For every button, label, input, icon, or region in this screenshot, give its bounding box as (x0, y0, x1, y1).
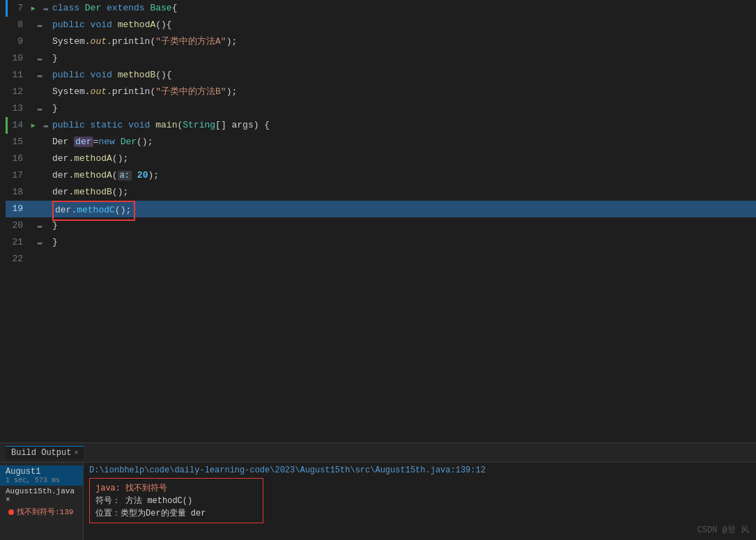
token: der. (55, 205, 77, 215)
fold-icon-21[interactable]: ▬ (38, 238, 43, 247)
token: (){ (155, 70, 171, 80)
fold-icon-11[interactable]: ▬ (38, 71, 43, 79)
line-num-15: 15 (8, 134, 27, 151)
line-num-8: 8 (8, 17, 27, 33)
run-icon-7[interactable]: ▶ (31, 5, 36, 13)
token: .println( (107, 36, 155, 47)
blue-border-7 (6, 0, 8, 17)
gutter-9 (27, 33, 52, 50)
token: void (91, 20, 118, 30)
code-lines[interactable]: 7 ▶ ▬ class Der extends Base{ 8 ▬ public… (0, 0, 756, 442)
token: } (52, 103, 58, 114)
token-der-highlight: der (74, 137, 93, 147)
line-content-16: der.methodA(); (52, 151, 128, 167)
line-num-17: 17 (8, 167, 27, 184)
token: Der (85, 3, 107, 13)
code-row-15: 15 Der der=new Der(); (6, 134, 756, 151)
build-tab-close[interactable]: × (74, 449, 78, 457)
gutter-21: ▬ (27, 234, 52, 251)
token: "子类中的方法A" (155, 36, 226, 47)
line-num-10: 10 (8, 50, 27, 67)
line-content-19: der.methodC(); (52, 201, 135, 217)
token: Base (150, 3, 171, 13)
token: main (155, 120, 177, 130)
token: System. (52, 86, 91, 97)
build-item-august1[interactable]: August1 1 sec, 573 ms (0, 465, 83, 486)
error-line-1-text: 符号： 方法 methodC() (95, 496, 192, 506)
gutter-19 (27, 201, 52, 217)
code-row-8: 8 ▬ public void methodA(){ (6, 17, 756, 33)
fold-icon-14[interactable]: ▬ (44, 121, 49, 130)
fold-icon-13[interactable]: ▬ (38, 105, 43, 113)
error-title-text: java: 找不到符号 (95, 484, 167, 493)
gutter-8: ▬ (27, 17, 52, 33)
code-row-17: 17 der.methodA(a: 20); (6, 167, 756, 184)
token: public (52, 70, 91, 80)
token: extends (107, 3, 150, 13)
line-num-9: 9 (8, 33, 27, 50)
fold-icon-8[interactable]: ▬ (38, 21, 43, 29)
build-path: D:\ionbhelp\code\daily-learning-code\202… (89, 465, 750, 475)
code-row-10: 10 ▬ } (6, 50, 756, 67)
build-output-panel: Build Output × August1 1 sec, 573 ms Aug… (0, 442, 756, 540)
line-num-18: 18 (8, 184, 27, 201)
error-detail-box: java: 找不到符号 符号： 方法 methodC() 位置：类型为Der的变… (89, 478, 263, 523)
fold-icon-10[interactable]: ▬ (38, 54, 43, 63)
build-item-error[interactable]: 找不到符号:139 (0, 505, 83, 518)
code-row-22: 22 (6, 251, 756, 268)
code-row-21: 21 ▬ } (6, 234, 756, 251)
line-content-10: } (52, 50, 58, 67)
token: } (52, 53, 58, 63)
token: Der (121, 137, 137, 147)
token: [] args) { (215, 120, 270, 130)
token: Der (52, 137, 74, 147)
line-num-11: 11 (8, 67, 27, 84)
token: der. (52, 153, 74, 164)
line-content-7: class Der extends Base{ (52, 0, 177, 17)
line-num-16: 16 (8, 151, 27, 167)
error-line-2: 位置：类型为Der的变量 der (95, 507, 257, 519)
code-row-14: 14 ▶ ▬ public static void main(String[] … (6, 117, 756, 134)
code-row-9: 9 System.out.println("子类中的方法A"); (6, 33, 756, 50)
build-right-panel: D:\ionbhelp\code\daily-learning-code\202… (84, 463, 756, 540)
line-content-21: } (52, 234, 58, 251)
token: ( (112, 170, 118, 180)
code-row-18: 18 der.methodB(); (6, 184, 756, 201)
line-content-17: der.methodA(a: 20); (52, 167, 159, 184)
line-content-14: public static void main(String[] args) { (52, 117, 270, 134)
fold-icon-7[interactable]: ▬ (44, 4, 49, 13)
line-num-19: 19 (8, 201, 27, 217)
fold-icon-20[interactable]: ▬ (38, 222, 43, 230)
build-item-august15[interactable]: August15th.java × (0, 486, 83, 505)
build-item-duration: 1 sec, 573 ms (6, 477, 77, 484)
code-row-12: 12 System.out.println("子类中的方法B"); (6, 84, 756, 100)
token: } (52, 220, 58, 231)
line-content-12: System.out.println("子类中的方法B"); (52, 84, 237, 100)
line-num-13: 13 (8, 100, 27, 117)
build-output-tab[interactable]: Build Output × (6, 446, 84, 459)
run-icon-14[interactable]: ▶ (31, 122, 36, 130)
gutter-13: ▬ (27, 100, 52, 117)
build-output-tabs: Build Output × (0, 443, 756, 463)
line-num-7: 7 (8, 0, 27, 17)
line-num-14: 14 (8, 117, 27, 134)
code-row-19: 19 der.methodC(); (6, 201, 756, 217)
gutter-14: ▶ ▬ (27, 117, 52, 134)
gutter-12 (27, 84, 52, 100)
token: class (52, 3, 85, 13)
token: out (91, 36, 107, 47)
token: (); (112, 187, 128, 197)
token: "子类中的方法B" (155, 86, 226, 97)
line-num-21: 21 (8, 234, 27, 251)
gutter-15 (27, 134, 52, 151)
line-num-20: 20 (8, 217, 27, 234)
line-num-12: 12 (8, 84, 27, 100)
token: der. (52, 170, 74, 180)
error-dot-icon (8, 509, 14, 515)
error-title: java: 找不到符号 (95, 482, 257, 494)
token: methodA (118, 20, 156, 30)
token: } (52, 237, 58, 247)
token: methodA (74, 170, 112, 180)
token: (); (112, 153, 128, 164)
token: new (98, 137, 120, 147)
